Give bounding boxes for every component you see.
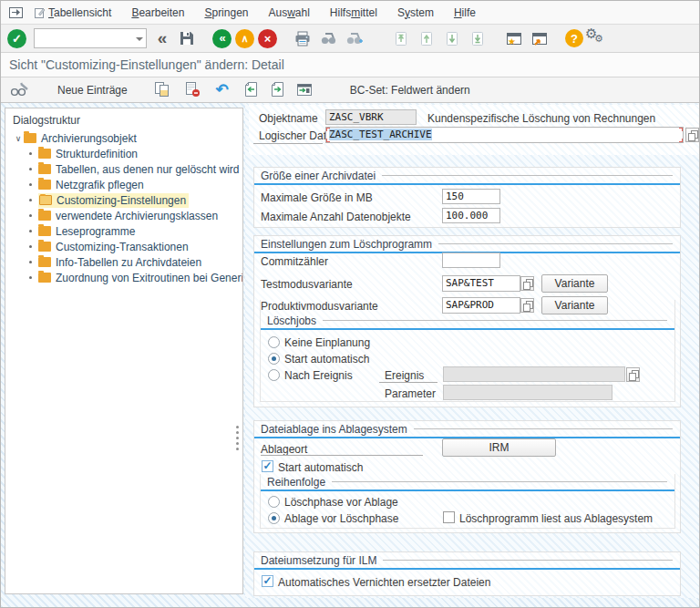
ereignis-label: Ereignis — [385, 369, 424, 382]
radio-start-automatisch[interactable] — [268, 353, 280, 365]
svg-text:★: ★ — [508, 36, 516, 46]
tree-item-archivierungsklassen[interactable]: verwendete Archivierungsklassen — [5, 208, 242, 223]
checkbox-loeschprogramm-liest[interactable] — [443, 511, 455, 523]
find-icon[interactable] — [317, 27, 339, 49]
next-page-icon[interactable] — [441, 27, 463, 49]
tree-item-customizing-einstellungen[interactable]: Customizing-Einstellungen — [5, 192, 242, 208]
tree-item-tabellen[interactable]: Tabellen, aus denen nur gelöscht wird — [5, 161, 242, 177]
checkbox-start-automatisch-label[interactable]: Start automatisch — [278, 461, 363, 474]
bullet-icon — [29, 168, 32, 170]
parameter-input[interactable] — [443, 385, 612, 400]
delete-icon[interactable] — [181, 79, 203, 101]
bullet-icon — [29, 214, 32, 217]
value-help-icon[interactable] — [685, 128, 699, 142]
enter-icon[interactable]: ✓ — [7, 29, 26, 48]
open-folder-icon — [39, 195, 52, 205]
radio-nach-ereignis[interactable] — [268, 369, 280, 381]
subgroup-reihenfolge: Reihenfolge Löschphase vor Ablage Ablage… — [260, 474, 675, 529]
group-dateiablage: Dateiablage ins Ablagesystem Ablageort I… — [253, 420, 681, 533]
radio-nach-ereignis-label[interactable]: Nach Ereignis — [284, 369, 353, 382]
checkbox-start-automatisch[interactable]: ✓ — [262, 460, 273, 472]
group-delete-program: Einstellungen zum Löschprogramm Commitzä… — [253, 235, 681, 407]
print-icon[interactable] — [292, 27, 314, 49]
last-page-icon[interactable] — [467, 27, 489, 49]
ablageort-irm-button[interactable]: IRM — [442, 438, 556, 457]
bc-set-button[interactable]: BC-Set: Feldwert ändern — [345, 80, 476, 100]
checkbox-automatisches-vernichten-label[interactable]: Automatisches Vernichten ersetzter Datei… — [278, 576, 490, 589]
testvar-input[interactable]: SAP&TEST — [442, 275, 520, 292]
group-archive-file-size: Größe einer Archivdatei Maximale Größe i… — [253, 167, 681, 228]
collapse-command-icon[interactable]: « — [150, 27, 172, 49]
window-menu-icon[interactable] — [6, 2, 25, 24]
folder-icon — [38, 273, 51, 283]
ereignis-input[interactable] — [443, 366, 625, 382]
tree-item-info-tabellen[interactable]: Info-Tabellen zu Archivdateien — [5, 254, 242, 270]
cancel-icon[interactable]: × — [258, 29, 277, 48]
checkbox-loeschprogramm-liest-label[interactable]: Löschprogramm liest aus Ablagesystem — [459, 512, 653, 525]
radio-start-automatisch-label[interactable]: Start automatisch — [284, 353, 369, 366]
folder-icon — [38, 211, 51, 221]
tree-root-archivierungsobjekt[interactable]: ∨ Archivierungsobjekt — [5, 130, 242, 146]
parameter-label: Parameter — [385, 387, 436, 400]
tree-item-netzgrafik[interactable]: Netzgrafik pflegen — [5, 177, 242, 192]
previous-page-icon[interactable] — [416, 27, 438, 49]
radio-ablage-label[interactable]: Ablage vor Löschphase — [284, 512, 398, 525]
folder-icon — [38, 149, 51, 159]
settings-icon[interactable]: ⚙ ⚙ — [587, 28, 607, 48]
tree-item-exitroutinen[interactable]: Zuordnung von Exitroutinen bei Generieru… — [5, 270, 242, 285]
objektname-description: Kundenspezifische Löschung von Rechnunge… — [427, 112, 655, 125]
copy-icon[interactable] — [151, 79, 173, 101]
menu-system[interactable]: System — [387, 3, 444, 23]
logischer-dateiname-input[interactable]: ZASC_TEST_ARCHIVE — [325, 127, 684, 143]
menu-hilfe[interactable]: Hilfe — [444, 3, 486, 23]
command-input[interactable] — [35, 29, 146, 47]
bullet-icon — [29, 183, 32, 186]
page-title: Sicht "Customizing-Einstellungen" ändern… — [9, 57, 284, 72]
menu-bearbeiten[interactable]: Bearbeiten — [121, 3, 194, 23]
value-help-icon[interactable] — [520, 276, 534, 291]
menu-hilfsmittel[interactable]: Hilfsmittel — [320, 3, 387, 23]
bullet-icon — [29, 261, 32, 263]
tree-item-leseprogramme[interactable]: Leseprogramme — [5, 223, 242, 239]
help-icon[interactable]: ? — [565, 29, 583, 47]
radio-keine-einplanung-label[interactable]: Keine Einplanung — [284, 336, 370, 349]
bullet-icon — [29, 230, 32, 232]
back-icon[interactable]: « — [212, 29, 232, 48]
max-mb-input[interactable]: 150 — [442, 189, 500, 204]
commit-label: Commitzähler — [261, 255, 328, 268]
new-entries-button[interactable]: Neue Einträge — [52, 80, 133, 100]
commit-input[interactable] — [442, 252, 500, 268]
radio-ablage-vor-loeschphase[interactable] — [268, 512, 280, 524]
menu-bar: Tabellensicht Bearbeiten Springen Auswah… — [1, 1, 699, 25]
expander-icon[interactable]: ∨ — [13, 134, 24, 143]
testvar-variante-button[interactable]: Variante — [541, 274, 608, 293]
menu-tabellensicht[interactable]: Tabellensicht — [25, 3, 121, 23]
objektname-field: ZASC_VBRK — [325, 109, 417, 125]
find-next-icon[interactable] — [343, 27, 365, 49]
next-entry-icon[interactable] — [267, 79, 289, 101]
tree-item-strukturdefinition[interactable]: Strukturdefinition — [5, 146, 242, 161]
max-obj-input[interactable]: 100.000 — [442, 208, 500, 223]
radio-loeschphase-label[interactable]: Löschphase vor Ablage — [284, 496, 398, 509]
previous-entry-icon[interactable] — [241, 79, 262, 101]
menu-auswahl[interactable]: Auswahl — [258, 3, 319, 23]
panel-splitter[interactable] — [234, 426, 240, 450]
tree-header: Dialogstruktur — [5, 108, 242, 130]
exit-icon[interactable]: ∧ — [235, 29, 254, 48]
chevron-down-icon[interactable] — [136, 37, 143, 45]
display-change-icon[interactable] — [8, 79, 30, 101]
create-shortcut-icon[interactable] — [529, 27, 551, 49]
radio-keine-einplanung[interactable] — [268, 336, 280, 348]
first-page-icon[interactable] — [390, 27, 412, 49]
checkbox-automatisches-vernichten[interactable]: ✓ — [262, 575, 273, 587]
save-icon[interactable] — [176, 27, 198, 49]
new-session-icon[interactable]: ★ — [503, 27, 525, 49]
undo-icon[interactable]: ↶ — [211, 79, 233, 101]
menu-springen[interactable]: Springen — [194, 3, 258, 23]
selected-row-highlight: Customizing-Einstellungen — [38, 193, 189, 208]
command-field[interactable] — [34, 28, 147, 48]
value-help-icon[interactable] — [626, 367, 640, 382]
radio-loeschphase-vor-ablage[interactable] — [268, 496, 280, 508]
tree-item-customizing-transaktionen[interactable]: Customizing-Transaktionen — [5, 239, 242, 254]
variable-list-icon[interactable] — [293, 79, 315, 101]
